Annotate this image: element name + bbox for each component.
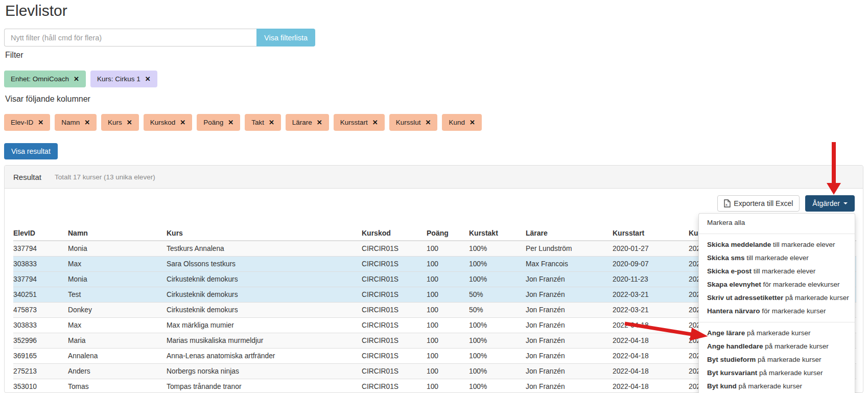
dropdown-menu-item[interactable]: Byt kund på markerade kurser	[699, 380, 855, 393]
close-icon[interactable]: ✕	[74, 75, 79, 83]
table-cell-namn: Monia	[68, 241, 167, 256]
dropdown-item-action: Skicka e-post	[707, 267, 752, 275]
column-tag[interactable]: Poäng✕	[197, 114, 240, 131]
export-excel-button[interactable]: x Exportera till Excel	[717, 195, 800, 212]
table-cell-kurs: Cirkusteknik demokurs	[167, 287, 362, 302]
table-cell-kurskod: CIRCIR01S	[362, 379, 427, 393]
dropdown-menu-item[interactable]: Ange lärare på markerade kurser	[699, 327, 855, 340]
dropdown-item-rest: för markerade kurser	[760, 307, 826, 315]
column-tag[interactable]: Takt✕	[245, 114, 281, 131]
table-cell-namn: Tomas	[68, 379, 167, 393]
dropdown-menu-item[interactable]: Hantera närvaro för markerade kurser	[699, 305, 855, 318]
close-icon[interactable]: ✕	[228, 119, 233, 126]
dropdown-item-action: Byt kursvariant	[707, 369, 757, 377]
close-icon[interactable]: ✕	[470, 119, 475, 126]
dropdown-menu-item[interactable]: Markera alla	[699, 216, 855, 229]
dropdown-item-action: Byt kund	[707, 382, 737, 390]
table-cell-larare: Jon Franzén	[526, 302, 613, 317]
table-cell-kurstakt: 50%	[469, 287, 526, 302]
new-filter-input[interactable]	[4, 29, 256, 47]
results-title: Resultat	[13, 173, 41, 181]
table-cell-kurskod: CIRCIR01S	[362, 287, 427, 302]
dropdown-menu-item[interactable]: Skicka e-post till markerade elever	[699, 265, 855, 278]
excel-file-icon: x	[724, 199, 731, 207]
table-cell-elevid: 303833	[13, 256, 68, 271]
column-header[interactable]: Namn	[68, 225, 167, 241]
column-tag[interactable]: Kurs✕	[101, 114, 139, 131]
close-icon[interactable]: ✕	[145, 75, 151, 83]
column-header[interactable]: Kurstakt	[469, 225, 526, 241]
column-tag-label: Kurs	[108, 119, 122, 126]
dropdown-item-rest: på markerade kurser	[757, 369, 823, 377]
table-cell-elevid: 352996	[13, 333, 68, 348]
dropdown-item-action: Skapa elevnyhet	[707, 281, 761, 288]
close-icon[interactable]: ✕	[38, 119, 43, 126]
actions-button[interactable]: Åtgärder	[805, 195, 855, 212]
filter-section-label: Filter	[5, 51, 24, 60]
table-cell-larare: Jon Franzén	[526, 317, 613, 333]
table-cell-poang: 100	[427, 256, 469, 271]
close-icon[interactable]: ✕	[127, 119, 132, 126]
table-cell-kurs: Testkurs Annalena	[167, 241, 362, 256]
table-cell-kurs: Tompas trånande tranor	[167, 379, 362, 393]
table-cell-larare: Per Lundström	[526, 241, 613, 256]
show-filter-list-button[interactable]: Visa filterlista	[256, 29, 315, 47]
dropdown-item-action: Hantera närvaro	[707, 307, 760, 315]
filter-tag[interactable]: Kurs: Cirkus 1✕	[90, 71, 157, 87]
show-results-button[interactable]: Visa resultat	[4, 143, 58, 159]
results-summary: Totalt 17 kurser (13 unika elever)	[55, 173, 155, 181]
close-icon[interactable]: ✕	[317, 119, 322, 126]
close-icon[interactable]: ✕	[425, 119, 431, 126]
column-header[interactable]: ElevID	[13, 225, 68, 241]
table-cell-namn: Test	[68, 287, 167, 302]
filter-tag[interactable]: Enhet: OmniCoach✕	[4, 71, 86, 87]
table-cell-kursstart: 2022-04-18	[613, 317, 689, 333]
column-header[interactable]: Kursstart	[613, 225, 689, 241]
table-cell-namn: Anders	[68, 363, 167, 379]
table-cell-kursstart: 2022-03-21	[613, 302, 689, 317]
dropdown-menu-item[interactable]: Skapa elevnyhet för markerade elevkurser	[699, 278, 855, 291]
column-tag-label: Kursstart	[340, 119, 368, 126]
close-icon[interactable]: ✕	[269, 119, 274, 126]
close-icon[interactable]: ✕	[180, 119, 185, 126]
column-header[interactable]: Lärare	[526, 225, 613, 241]
table-cell-kurskod: CIRCIR01S	[362, 363, 427, 379]
table-cell-elevid: 353010	[13, 379, 68, 393]
table-cell-larare: Jon Franzén	[526, 333, 613, 348]
dropdown-menu-item[interactable]: Skicka meddelande till markerade elever	[699, 238, 855, 251]
dropdown-menu-item[interactable]: Byt studieform på markerade kurser	[699, 353, 855, 366]
table-cell-poang: 100	[427, 317, 469, 333]
column-tag[interactable]: Lärare✕	[286, 114, 329, 131]
dropdown-menu-item[interactable]: Skicka sms till markerade elever	[699, 251, 855, 265]
table-cell-kurstakt: 100%	[469, 256, 526, 271]
column-tag-label: Poäng	[203, 119, 223, 126]
table-cell-kurstakt: 50%	[469, 302, 526, 317]
column-header[interactable]: Kurs	[167, 225, 362, 241]
dropdown-item-rest: till markerade elever	[745, 254, 809, 262]
table-cell-larare: Max Francois	[526, 256, 613, 271]
column-header[interactable]: Kurskod	[362, 225, 427, 241]
table-cell-poang: 100	[427, 379, 469, 393]
page-title: Elevlistor	[5, 2, 67, 19]
column-tag[interactable]: Elev-ID✕	[4, 114, 50, 131]
table-cell-larare: Jon Franzén	[526, 348, 613, 363]
dropdown-item-rest: på markerade kurser	[745, 329, 810, 337]
table-cell-kursstart: 2020-11-23	[613, 271, 689, 287]
column-tag[interactable]: Kund✕	[442, 114, 481, 131]
column-tag[interactable]: Kursslut✕	[389, 114, 438, 131]
column-header[interactable]: Poäng	[427, 225, 469, 241]
actions-label: Åtgärder	[812, 199, 840, 207]
new-filter-group: Visa filterlista	[4, 29, 315, 47]
dropdown-menu-item[interactable]: Skriv ut adressetiketter på markerade ku…	[699, 291, 855, 305]
table-cell-kurskod: CIRCIR01S	[362, 333, 427, 348]
column-tag[interactable]: Namn✕	[55, 114, 97, 131]
column-tags: Elev-ID✕Namn✕Kurs✕Kurskod✕Poäng✕Takt✕Lär…	[4, 114, 482, 131]
dropdown-menu-item[interactable]: Byt kursvariant på markerade kurser	[699, 366, 855, 380]
close-icon[interactable]: ✕	[372, 119, 378, 126]
table-cell-kursstart: 2022-03-21	[613, 287, 689, 302]
actions-dropdown-menu: Markera allaSkicka meddelande till marke…	[698, 213, 855, 393]
column-tag[interactable]: Kurskod✕	[144, 114, 192, 131]
dropdown-menu-item[interactable]: Ange handledare på markerade kurser	[699, 340, 855, 353]
close-icon[interactable]: ✕	[84, 119, 90, 126]
column-tag[interactable]: Kursstart✕	[334, 114, 385, 131]
